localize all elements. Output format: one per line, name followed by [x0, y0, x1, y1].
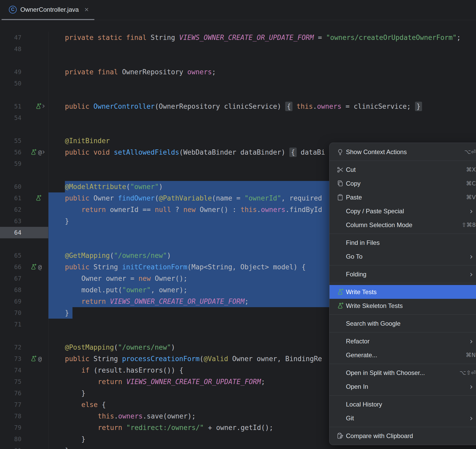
line-number: 48	[0, 43, 21, 55]
write-tests-gutter-icon[interactable]	[35, 103, 42, 110]
menu-item-label: Generate...	[346, 351, 377, 359]
menu-icon-placeholder	[337, 239, 344, 246]
menu-item-label: Column Selection Mode	[346, 221, 412, 229]
line-number	[0, 330, 21, 342]
menu-item-copy[interactable]: Copy⌘C	[329, 177, 476, 190]
fold-chevron-icon[interactable]: ›	[42, 101, 45, 112]
write-tests-gutter-icon[interactable]	[35, 195, 42, 202]
code-line-text-area[interactable]	[48, 43, 476, 55]
line-number: 72	[0, 342, 21, 353]
menu-separator	[329, 395, 476, 396]
tab-close-icon[interactable]: ×	[84, 6, 89, 13]
gutter	[0, 124, 48, 135]
tab-title: OwnerController.java	[20, 6, 79, 13]
code-line-text-area[interactable]: private final OwnerRepository owners;	[48, 66, 476, 78]
menu-item-cut[interactable]: Cut⌘X	[329, 163, 476, 177]
menu-item-go-to[interactable]: Go To›	[329, 250, 476, 263]
inlay-line[interactable]	[0, 55, 476, 66]
gutter: 49	[0, 66, 48, 78]
menu-item-open-in-split-with-chooser[interactable]: Open in Split with Chooser...⌥⇧⏎	[329, 366, 476, 380]
submenu-arrow-icon: ›	[470, 270, 473, 278]
inlay-line[interactable]	[0, 89, 476, 101]
line-number: 78	[0, 410, 21, 422]
line-number: 73	[0, 353, 21, 365]
menu-separator	[329, 332, 476, 332]
menu-item-find-in-files[interactable]: Find in Files	[329, 236, 476, 250]
code-line-50[interactable]: 50	[0, 78, 476, 89]
code-line-81[interactable]: 81}	[0, 445, 476, 449]
menu-item-show-context-actions[interactable]: Show Context Actions⌥⏎	[329, 145, 476, 159]
gutter	[0, 89, 48, 101]
compare-clipboard-icon	[337, 432, 344, 440]
code-text: public OwnerController(OwnerRepository c…	[48, 101, 476, 112]
code-line-text-area[interactable]	[48, 89, 476, 101]
gutter-icons: @	[26, 261, 42, 273]
menu-item-label: Open In	[346, 383, 368, 390]
gutter: 47	[0, 32, 48, 43]
menu-item-generate[interactable]: Generate...⌘N	[329, 348, 476, 362]
annotation-at-icon[interactable]: @	[38, 356, 42, 362]
line-number: 66	[0, 261, 21, 273]
menu-item-local-history[interactable]: Local History	[329, 397, 476, 411]
code-line-text-area[interactable]: public OwnerController(OwnerRepository c…	[48, 101, 476, 112]
menu-separator	[329, 265, 476, 265]
menu-item-label: Write Skeleton Tests	[346, 302, 403, 310]
menu-item-label: Open in Split with Chooser...	[346, 369, 425, 377]
code-line-49[interactable]: 49private final OwnerRepository owners;	[0, 66, 476, 78]
text-selection	[48, 238, 336, 250]
menu-item-git[interactable]: Git›	[329, 411, 476, 425]
code-line-text-area[interactable]: private static final String VIEWS_OWNER_…	[48, 32, 476, 43]
menu-separator	[329, 427, 476, 427]
code-line-text-area[interactable]	[48, 55, 476, 66]
menu-item-folding[interactable]: Folding›	[329, 267, 476, 281]
menu-separator	[329, 283, 476, 283]
submenu-arrow-icon: ›	[470, 337, 473, 345]
code-line-48[interactable]: 48	[0, 43, 476, 55]
code-line-text-area[interactable]	[48, 112, 476, 124]
line-number: 61	[0, 192, 21, 204]
code-line-54[interactable]: 54	[0, 112, 476, 124]
code-line-51[interactable]: 51›public OwnerController(OwnerRepositor…	[0, 101, 476, 112]
gutter: 81	[0, 445, 48, 449]
line-number: 71	[0, 319, 21, 330]
menu-item-paste[interactable]: Paste⌘V	[329, 190, 476, 204]
fold-chevron-icon[interactable]: ›	[42, 147, 45, 158]
menu-item-refactor[interactable]: Refactor›	[329, 334, 476, 348]
menu-item-write-tests[interactable]: Write Tests	[329, 285, 476, 299]
code-line-47[interactable]: 47private static final String VIEWS_OWNE…	[0, 32, 476, 43]
write-tests-gutter-icon[interactable]	[30, 355, 37, 362]
line-number: 56	[0, 147, 21, 158]
menu-item-write-skeleton-tests[interactable]: Write Skeleton Tests	[329, 299, 476, 313]
annotation-at-icon[interactable]: @	[38, 264, 42, 270]
line-number: 63	[0, 215, 21, 227]
scissors-icon	[337, 166, 344, 173]
menu-icon-placeholder	[337, 351, 344, 359]
menu-item-search-with-google[interactable]: Search with Google	[329, 317, 476, 330]
code-line-text-area[interactable]	[48, 124, 476, 135]
submenu-arrow-icon: ›	[470, 414, 473, 422]
gutter: 63	[0, 215, 48, 227]
menu-icon-placeholder	[337, 338, 344, 345]
inlay-line[interactable]	[0, 124, 476, 135]
gutter	[0, 55, 48, 66]
ide-window: C OwnerController.java × 47private stati…	[0, 0, 476, 449]
java-class-icon: C	[9, 6, 17, 14]
menu-item-label: Go To	[346, 253, 363, 260]
line-number: 74	[0, 365, 21, 376]
menu-item-copy-paste-special[interactable]: Copy / Paste Special›	[329, 204, 476, 218]
menu-shortcut: ⌘C	[466, 180, 476, 187]
menu-item-open-in[interactable]: Open In›	[329, 380, 476, 393]
line-number	[0, 169, 21, 181]
line-number: 54	[0, 112, 21, 124]
line-number	[0, 238, 21, 250]
line-number: 62	[0, 204, 21, 215]
tab-ownercontroller[interactable]: C OwnerController.java ×	[2, 0, 94, 20]
write-tests-gutter-icon[interactable]	[30, 264, 37, 270]
write-tests-gutter-icon[interactable]	[30, 149, 37, 156]
code-line-text-area[interactable]: }	[48, 445, 476, 449]
code-line-text-area[interactable]	[48, 78, 476, 89]
annotation-at-icon[interactable]: @	[38, 149, 42, 155]
line-number: 75	[0, 376, 21, 387]
menu-item-compare-with-clipboard[interactable]: Compare with Clipboard	[329, 429, 476, 443]
menu-item-column-selection-mode[interactable]: Column Selection Mode⇧⌘8	[329, 218, 476, 232]
